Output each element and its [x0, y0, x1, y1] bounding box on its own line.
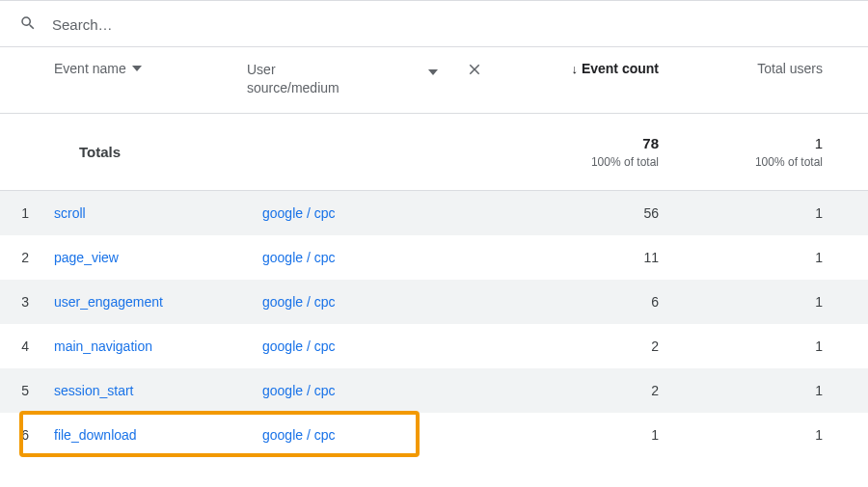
source-medium-link[interactable]: google / cpc — [262, 427, 494, 443]
source-medium-link[interactable]: google / cpc — [262, 250, 494, 265]
table-row: 1scrollgoogle / cpc561 — [0, 191, 868, 235]
search-input[interactable] — [50, 15, 849, 34]
row-index: 5 — [0, 383, 54, 398]
search-icon — [19, 14, 37, 35]
column-label: Total users — [757, 61, 823, 76]
cell-total-users: 1 — [682, 205, 846, 221]
totals-row: Totals 78 100% of total 1 100% of total — [0, 114, 868, 191]
cell-event-count: 2 — [532, 383, 682, 398]
source-medium-link[interactable]: google / cpc — [262, 338, 494, 354]
row-index: 1 — [0, 205, 54, 221]
column-label: Event count — [582, 61, 659, 76]
column-label: Event name — [54, 61, 126, 76]
table-row: 3user_engagementgoogle / cpc61 — [0, 280, 868, 324]
cell-total-users: 1 — [682, 427, 846, 443]
event-name-link[interactable]: file_download — [54, 427, 262, 443]
remove-dimension-button[interactable] — [455, 61, 494, 81]
row-index: 6 — [0, 427, 54, 443]
event-name-link[interactable]: session_start — [54, 383, 262, 398]
caret-down-icon — [132, 61, 142, 76]
event-name-link[interactable]: scroll — [54, 205, 262, 221]
event-name-link[interactable]: user_engagement — [54, 294, 262, 310]
event-name-link[interactable]: main_navigation — [54, 338, 262, 354]
cell-total-users: 1 — [682, 294, 846, 310]
table-body: 1scrollgoogle / cpc5612page_viewgoogle /… — [0, 191, 868, 457]
table-row: 5session_startgoogle / cpc21 — [0, 368, 868, 413]
cell-event-count: 2 — [532, 338, 682, 354]
column-header-event-name[interactable]: Event name — [54, 61, 247, 76]
caret-down-icon — [428, 61, 455, 80]
table-row: 4main_navigationgoogle / cpc21 — [0, 324, 868, 368]
sort-descending-icon: ↓ — [571, 62, 578, 76]
cell-total-users: 1 — [682, 383, 846, 398]
table-header: Event name User source/medium ↓ Event co… — [0, 47, 868, 114]
cell-total-users: 1 — [682, 250, 846, 265]
close-icon — [466, 61, 483, 81]
table-row: 6file_downloadgoogle / cpc11 — [0, 413, 868, 457]
row-index: 3 — [0, 294, 54, 310]
row-index: 2 — [0, 250, 54, 265]
totals-total-users: 1 100% of total — [682, 135, 846, 169]
cell-event-count: 1 — [532, 427, 682, 443]
row-index: 4 — [0, 338, 54, 354]
totals-label: Totals — [54, 144, 494, 160]
source-medium-link[interactable]: google / cpc — [262, 294, 494, 310]
event-name-link[interactable]: page_view — [54, 250, 262, 265]
source-medium-link[interactable]: google / cpc — [262, 205, 494, 221]
table-row: 2page_viewgoogle / cpc111 — [0, 235, 868, 280]
column-header-source-medium[interactable]: User source/medium — [247, 61, 455, 97]
source-medium-link[interactable]: google / cpc — [262, 383, 494, 398]
search-bar — [0, 0, 868, 47]
cell-event-count: 56 — [532, 205, 682, 221]
column-label: User source/medium — [247, 61, 339, 97]
cell-total-users: 1 — [682, 338, 846, 354]
column-header-total-users[interactable]: Total users — [682, 61, 846, 76]
cell-event-count: 11 — [532, 250, 682, 265]
cell-event-count: 6 — [532, 294, 682, 310]
totals-event-count: 78 100% of total — [494, 135, 682, 169]
column-header-event-count[interactable]: ↓ Event count — [494, 61, 682, 76]
